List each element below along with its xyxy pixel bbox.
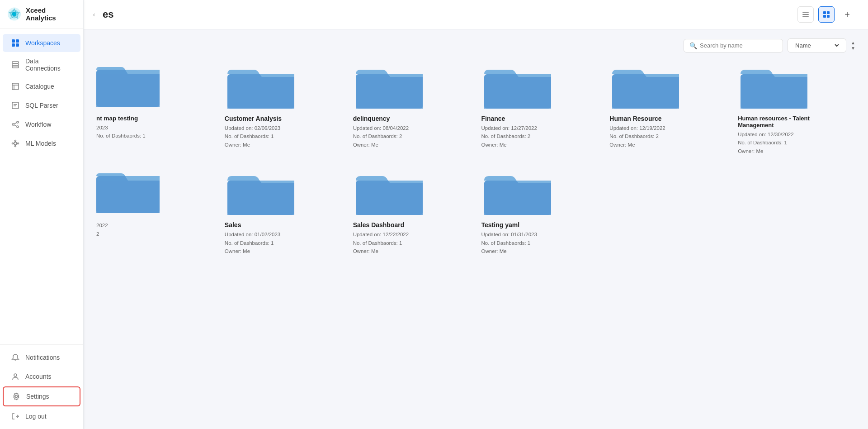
workspaces-icon bbox=[11, 38, 20, 48]
svg-rect-37 bbox=[827, 11, 830, 14]
search-icon: 🔍 bbox=[689, 42, 697, 49]
folder-svg-finance bbox=[481, 62, 554, 111]
folder-card-testing-yaml[interactable]: Testing yaml Updated on: 01/31/2023 No. … bbox=[481, 168, 599, 255]
sidebar-item-settings[interactable]: Settings bbox=[3, 386, 80, 406]
svg-rect-41 bbox=[96, 74, 160, 107]
sort-desc-icon: ▼ bbox=[851, 46, 855, 51]
folder-icon-sales-dashboard bbox=[353, 168, 425, 218]
sidebar-item-data-connections[interactable]: Data Connections bbox=[3, 53, 80, 76]
sql-parser-icon bbox=[11, 101, 20, 110]
folder-icon-human-resource bbox=[609, 62, 682, 111]
empty-slot-1 bbox=[609, 168, 727, 255]
folder-svg-testing-yaml bbox=[481, 168, 554, 218]
folder-meta-partial-1: 2023 No. of Dashbaords: 1 bbox=[96, 124, 146, 140]
svg-point-18 bbox=[17, 126, 19, 128]
sidebar-item-sql-parser[interactable]: SQL Parser bbox=[3, 96, 80, 114]
folder-icon-testing-yaml bbox=[481, 168, 554, 218]
svg-rect-5 bbox=[12, 43, 15, 47]
sidebar-nav: Workspaces Data Connections Catalogu bbox=[0, 29, 83, 344]
folder-icon-customer-analysis bbox=[225, 62, 297, 111]
content-area: 🔍 Name Date Owner ▲ ▼ bbox=[84, 29, 868, 429]
workflow-label: Workflow bbox=[25, 121, 51, 128]
svg-rect-46 bbox=[356, 77, 423, 109]
svg-rect-33 bbox=[802, 12, 809, 13]
sidebar-item-accounts[interactable]: Accounts bbox=[3, 367, 80, 386]
svg-point-23 bbox=[15, 146, 16, 147]
svg-rect-3 bbox=[12, 39, 15, 43]
empty-slot-2 bbox=[738, 168, 855, 255]
sort-select[interactable]: Name Date Owner bbox=[788, 38, 846, 52]
grid-view-button[interactable] bbox=[818, 6, 835, 23]
sidebar-item-notifications[interactable]: Notifications bbox=[3, 348, 80, 367]
folder-svg-sales bbox=[225, 168, 297, 218]
sort-order-button[interactable]: ▲ ▼ bbox=[851, 40, 855, 51]
page-title: es bbox=[103, 9, 113, 20]
data-connections-icon bbox=[11, 60, 20, 69]
sidebar-item-workspaces[interactable]: Workspaces bbox=[3, 34, 80, 52]
folder-card-customer-analysis[interactable]: Customer Analysis Updated on: 02/06/2023… bbox=[225, 62, 342, 155]
folder-card-human-resource[interactable]: Human Resource Updated on: 12/19/2022 No… bbox=[609, 62, 727, 155]
svg-rect-9 bbox=[12, 66, 19, 68]
folder-meta-hr-talent: Updated on: 12/30/2022 No. of Dashbaords… bbox=[738, 130, 793, 155]
folder-name-human-resource: Human Resource bbox=[609, 115, 661, 122]
catalogue-icon bbox=[11, 82, 20, 91]
logout-icon bbox=[11, 412, 20, 421]
folder-icon-partial-1 bbox=[96, 62, 169, 111]
folder-card-partial-2[interactable]: 2022 2 bbox=[96, 168, 214, 255]
collapse-sidebar-button[interactable]: ‹ bbox=[89, 10, 99, 19]
ml-models-icon bbox=[11, 139, 20, 148]
folder-name-partial-1: nt map testing bbox=[96, 115, 138, 122]
app-name: Xceed Analytics bbox=[26, 6, 76, 22]
svg-line-19 bbox=[14, 123, 17, 124]
chevron-left-icon: ‹ bbox=[93, 11, 95, 18]
folder-meta-human-resource: Updated on: 12/19/2022 No. of Dashbaords… bbox=[609, 124, 665, 149]
svg-rect-39 bbox=[827, 15, 830, 18]
folder-svg-hr-talent bbox=[738, 62, 810, 111]
search-box: 🔍 bbox=[684, 39, 783, 52]
sidebar-item-logout[interactable]: Log out bbox=[3, 407, 80, 425]
sidebar: Xceed Analytics Workspaces bbox=[0, 0, 84, 429]
app-logo: Xceed Analytics bbox=[0, 0, 83, 29]
folder-name-sales: Sales bbox=[225, 221, 241, 229]
folder-name-sales-dashboard: Sales Dashboard bbox=[353, 221, 405, 229]
folder-svg-human-resource bbox=[609, 62, 682, 111]
settings-label: Settings bbox=[26, 393, 49, 400]
folder-meta-testing-yaml: Updated on: 01/31/2023 No. of Dashbaords… bbox=[481, 230, 537, 255]
folder-card-finance[interactable]: Finance Updated on: 12/27/2022 No. of Da… bbox=[481, 62, 599, 155]
svg-rect-10 bbox=[12, 83, 19, 90]
svg-rect-50 bbox=[612, 77, 679, 109]
list-view-button[interactable] bbox=[797, 6, 814, 23]
catalogue-label: Catalogue bbox=[25, 83, 54, 90]
grid-view-icon bbox=[823, 11, 830, 18]
svg-rect-56 bbox=[227, 183, 294, 215]
folder-card-hr-talent[interactable]: Human resources - Talent Management Upda… bbox=[738, 62, 855, 155]
folder-card-delinquency[interactable]: delinquency Updated on: 08/04/2022 No. o… bbox=[353, 62, 471, 155]
folder-meta-delinquency: Updated on: 08/04/2022 No. of Dashbaords… bbox=[353, 124, 409, 149]
add-button[interactable]: + bbox=[839, 6, 855, 23]
filter-bar: 🔍 Name Date Owner ▲ ▼ bbox=[96, 38, 855, 52]
folder-card-partial-1[interactable]: nt map testing 2023 No. of Dashbaords: 1 bbox=[96, 62, 214, 155]
svg-rect-6 bbox=[16, 43, 19, 47]
sidebar-bottom: Notifications Accounts Settings bbox=[0, 344, 83, 429]
svg-rect-54 bbox=[96, 181, 160, 213]
folder-card-sales-dashboard[interactable]: Sales Dashboard Updated on: 12/22/2022 N… bbox=[353, 168, 471, 255]
svg-rect-38 bbox=[823, 15, 826, 18]
svg-rect-58 bbox=[356, 183, 423, 215]
folders-grid-row2: 2022 2 Sales Updated on: 01/02/2023 No. … bbox=[96, 168, 855, 255]
sidebar-item-workflow[interactable]: Workflow bbox=[3, 115, 80, 133]
folder-icon-hr-talent bbox=[738, 62, 810, 111]
sidebar-item-catalogue[interactable]: Catalogue bbox=[3, 77, 80, 95]
svg-rect-35 bbox=[802, 16, 809, 17]
svg-rect-8 bbox=[12, 64, 19, 66]
logo-icon bbox=[7, 7, 21, 21]
folder-svg-sales-dashboard bbox=[353, 168, 425, 218]
sidebar-item-ml-models[interactable]: ML Models bbox=[3, 134, 80, 153]
sort-dropdown[interactable]: Name Date Owner bbox=[793, 42, 840, 49]
person-icon bbox=[11, 372, 20, 381]
svg-point-17 bbox=[17, 121, 19, 123]
search-input[interactable] bbox=[700, 42, 777, 49]
svg-rect-7 bbox=[12, 62, 19, 63]
folder-name-testing-yaml: Testing yaml bbox=[481, 221, 520, 229]
folder-card-sales[interactable]: Sales Updated on: 01/02/2023 No. of Dash… bbox=[225, 168, 342, 255]
folder-svg-customer-analysis bbox=[225, 62, 297, 111]
